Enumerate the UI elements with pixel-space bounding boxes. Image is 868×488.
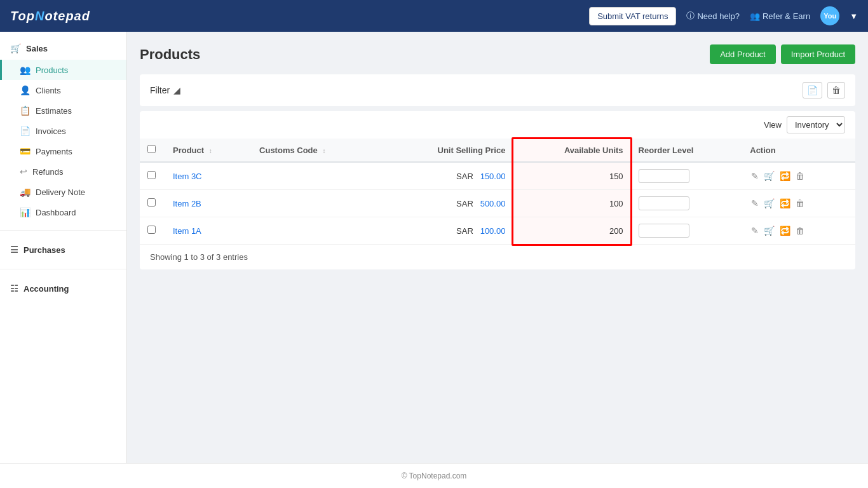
sidebar-divider-2 — [0, 269, 126, 269]
help-link[interactable]: ⓘ Need help? — [686, 10, 740, 22]
table-row: Item 3C SAR 150.00 150 — [140, 162, 855, 190]
th-customs-code[interactable]: Customs Code ↕ — [252, 139, 381, 162]
th-unit-selling-price[interactable]: Unit Selling Price — [381, 139, 513, 162]
reorder-level-1 — [631, 162, 743, 190]
row-select-3[interactable] — [147, 226, 156, 234]
sidebar-item-delivery-note[interactable]: 🚚 Delivery Note — [0, 182, 126, 202]
customs-code-1 — [252, 162, 381, 190]
page-header: Products Add Product Import Product — [140, 44, 855, 64]
th-product[interactable]: Product ↕ — [165, 139, 252, 162]
edit-icon-3[interactable]: ✎ — [750, 224, 760, 237]
select-all-header — [140, 139, 165, 162]
action-1: ✎ 🛒 🔁 🗑 — [742, 162, 855, 190]
nav-right: Submit VAT returns ⓘ Need help? 👥 Refer … — [589, 6, 858, 25]
delivery-icon: 🚚 — [20, 187, 31, 197]
product-link-2[interactable]: Item 2B — [173, 199, 201, 208]
available-units-3: 200 — [513, 217, 630, 245]
avatar[interactable]: You — [820, 6, 839, 25]
export-button[interactable]: 📄 — [803, 82, 822, 98]
view-select[interactable]: Inventory Default — [787, 116, 845, 133]
edit-icon-1[interactable]: ✎ — [750, 170, 760, 182]
page-title: Products — [140, 46, 200, 63]
products-icon: 👥 — [20, 65, 31, 75]
row-select-1[interactable] — [147, 171, 156, 179]
action-icons-3: ✎ 🛒 🔁 🗑 — [750, 224, 848, 237]
action-2: ✎ 🛒 🔁 🗑 — [742, 190, 855, 217]
reorder-input-2[interactable] — [639, 196, 689, 210]
action-icons-1: ✎ 🛒 🔁 🗑 — [750, 170, 848, 182]
refer-icon: 👥 — [750, 11, 760, 21]
price-3: SAR 100.00 — [381, 217, 513, 245]
copy-icon-3[interactable]: 🔁 — [778, 224, 792, 237]
reorder-level-2 — [631, 190, 743, 217]
sales-icon: 🛒 — [10, 43, 21, 53]
sidebar-item-estimates[interactable]: 📋 Estimates — [0, 100, 126, 121]
products-table-container: View Inventory Default Produc — [140, 111, 855, 269]
products-table: Product ↕ Customs Code ↕ Unit Selling Pr… — [140, 139, 855, 245]
product-link-1[interactable]: Item 3C — [173, 172, 202, 181]
reorder-input-3[interactable] — [639, 224, 689, 238]
sidebar-group-accounting[interactable]: ☷ Accounting — [0, 277, 126, 300]
customs-code-2 — [252, 190, 381, 217]
sidebar-item-clients[interactable]: 👤 Clients — [0, 80, 126, 100]
sidebar-item-dashboard[interactable]: 📊 Dashboard — [0, 202, 126, 222]
estimates-icon: 📋 — [20, 105, 31, 116]
th-available-units[interactable]: Available Units — [513, 139, 630, 162]
delete-icon-1[interactable]: 🗑 — [794, 170, 806, 182]
available-units-1: 150 — [513, 162, 630, 190]
sidebar-group-sales[interactable]: 🛒 Sales — [0, 37, 126, 60]
delete-icon-2[interactable]: 🗑 — [794, 197, 806, 210]
currency-1: SAR 150.00 — [381, 162, 513, 190]
view-row: View Inventory Default — [140, 111, 855, 139]
cart-icon-3[interactable]: 🛒 — [763, 224, 776, 237]
row-select-2[interactable] — [147, 198, 156, 207]
cart-icon-1[interactable]: 🛒 — [763, 170, 776, 182]
delete-icon-3[interactable]: 🗑 — [794, 224, 806, 237]
filter-bar: Filter ◢ 📄 🗑 — [140, 74, 855, 106]
customs-code-3 — [252, 217, 381, 245]
chevron-down-icon: ▼ — [850, 11, 858, 21]
row-checkbox-2 — [140, 190, 165, 217]
sidebar: 🛒 Sales 👥 Products 👤 Clients 📋 Estimates… — [0, 32, 127, 463]
view-label: View — [764, 120, 782, 130]
delete-all-button[interactable]: 🗑 — [827, 82, 845, 98]
copyright-text: © TopNotepad.com — [402, 471, 467, 480]
sort-icon-product: ↕ — [209, 147, 212, 154]
sidebar-item-products[interactable]: 👥 Products — [0, 60, 126, 80]
edit-icon-2[interactable]: ✎ — [750, 197, 760, 210]
refer-link[interactable]: 👥 Refer & Earn — [750, 11, 810, 21]
price-2: SAR 500.00 — [381, 190, 513, 217]
payments-icon: 💳 — [20, 146, 31, 156]
import-product-button[interactable]: Import Product — [781, 44, 855, 64]
showing-text: Showing 1 to 3 of 3 entries — [140, 245, 855, 269]
table-header-row: Product ↕ Customs Code ↕ Unit Selling Pr… — [140, 139, 855, 162]
avatar-initials: You — [824, 12, 836, 20]
add-product-button[interactable]: Add Product — [710, 44, 776, 64]
th-action: Action — [742, 139, 855, 162]
submit-vat-button[interactable]: Submit VAT returns — [589, 7, 676, 25]
copy-icon-2[interactable]: 🔁 — [778, 197, 792, 210]
select-all-checkbox[interactable] — [147, 145, 156, 153]
sidebar-item-refunds[interactable]: ↩ Refunds — [0, 161, 126, 182]
cart-icon-2[interactable]: 🛒 — [763, 197, 776, 210]
table-row: Item 2B SAR 500.00 100 — [140, 190, 855, 217]
table-row: Item 1A SAR 100.00 200 — [140, 217, 855, 245]
sidebar-item-payments[interactable]: 💳 Payments — [0, 141, 126, 161]
th-reorder-level: Reorder Level — [631, 139, 743, 162]
product-link-3[interactable]: Item 1A — [173, 226, 201, 236]
product-name-1: Item 3C — [165, 162, 252, 190]
main-content: Products Add Product Import Product Filt… — [127, 32, 868, 463]
purchases-icon: ☰ — [10, 245, 18, 255]
filter-actions: 📄 🗑 — [803, 82, 845, 98]
copy-icon-1[interactable]: 🔁 — [778, 170, 792, 182]
product-name-3: Item 1A — [165, 217, 252, 245]
sidebar-group-purchases[interactable]: ☰ Purchases — [0, 238, 126, 261]
app-logo: TopNotepad — [10, 9, 90, 24]
sort-icon-customs: ↕ — [322, 147, 325, 154]
reorder-input-1[interactable] — [639, 169, 689, 183]
sidebar-item-invoices[interactable]: 📄 Invoices — [0, 121, 126, 141]
row-checkbox-3 — [140, 217, 165, 245]
sidebar-divider-1 — [0, 230, 126, 231]
row-checkbox-1 — [140, 162, 165, 190]
action-icons-2: ✎ 🛒 🔁 🗑 — [750, 197, 848, 210]
